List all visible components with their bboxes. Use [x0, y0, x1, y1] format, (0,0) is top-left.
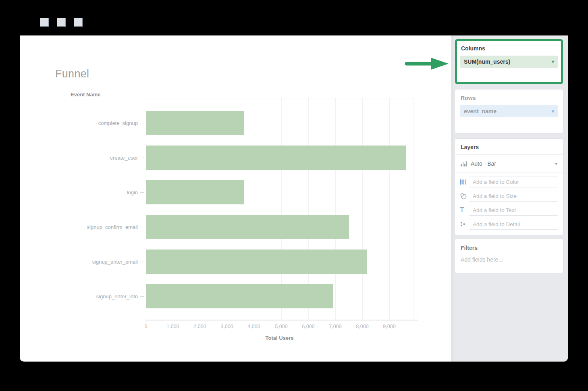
window-control-button[interactable] [40, 18, 49, 27]
x-tick-label: 7,000 [321, 324, 349, 329]
mark-type-label: Auto - Bar [471, 160, 496, 167]
window-control-button[interactable] [57, 18, 66, 27]
layers-panel-header: Layers [461, 144, 563, 150]
callout-arrow-icon [403, 56, 451, 72]
y-tick-label: create_user [33, 146, 138, 170]
x-tick-label: 3,000 [213, 324, 241, 329]
x-tick-label: 6,000 [294, 324, 322, 329]
y-tick-mark [140, 123, 144, 123]
bar-signup_enter_info[interactable] [146, 284, 333, 308]
detail-field-input[interactable] [469, 219, 558, 230]
size-circles-icon [460, 193, 469, 200]
columns-shelf: Columns SUM(num_users) ▾ [455, 39, 563, 84]
y-tick-label: signup_confirm_email [33, 215, 138, 239]
config-sidebar: Columns SUM(num_users) ▾ Rows event_name… [451, 35, 568, 362]
color-field-input[interactable] [469, 177, 558, 187]
x-tick-label: 0 [132, 324, 160, 329]
detail-dots-icon [460, 221, 469, 227]
plot-top-border [146, 98, 413, 98]
bar-chart-plot: Total Users 01,0002,0003,0004,0005,0006,… [146, 98, 413, 320]
filters-panel[interactable]: Filters Add fields here... [455, 239, 563, 273]
y-axis-header: Event Name [71, 92, 100, 98]
y-tick-mark [140, 296, 144, 297]
gridline [389, 98, 390, 320]
y-tick-mark [140, 227, 144, 227]
plot-right-border [413, 98, 413, 320]
layers-panel: Layers Auto - Bar ▾ [455, 139, 563, 235]
x-axis-label: Total Users [146, 335, 413, 341]
mark-type-selector[interactable]: Auto - Bar ▾ [455, 155, 563, 172]
text-icon: T [460, 207, 469, 213]
chart-title: Funnel [55, 68, 89, 80]
rows-shelf: Rows event_name ▾ [455, 89, 563, 133]
y-tick-label: signup_enter_info [33, 284, 138, 308]
bar-login[interactable] [146, 180, 244, 204]
y-tick-label: login [33, 180, 138, 204]
rows-field-pill[interactable]: event_name ▾ [460, 105, 558, 117]
y-tick-mark [140, 192, 144, 193]
gridline [335, 98, 336, 320]
bar-signup_enter_email[interactable] [146, 250, 367, 274]
y-tick-label: signup_enter_email [33, 250, 138, 274]
app-window: Funnel Event Name Total Users 01,0002,00… [20, 35, 568, 362]
x-axis-line [145, 320, 418, 320]
chevron-down-icon[interactable]: ▾ [552, 59, 554, 64]
bar-chart-icon [461, 160, 467, 166]
x-tick-label: 5,000 [267, 324, 295, 329]
rows-shelf-header: Rows [461, 95, 563, 101]
chevron-down-icon[interactable]: ▾ [555, 161, 557, 166]
columns-field-label: SUM(num_users) [464, 58, 510, 65]
x-tick-label: 4,000 [240, 324, 268, 329]
gridline [362, 98, 363, 320]
y-tick-mark [140, 158, 144, 158]
columns-field-pill[interactable]: SUM(num_users) ▾ [460, 56, 558, 68]
y-tick-mark [140, 262, 144, 262]
app-frame: Funnel Event Name Total Users 01,0002,00… [0, 0, 588, 391]
window-control-button[interactable] [74, 18, 83, 27]
filters-placeholder: Add fields here... [461, 256, 563, 263]
bar-create_user[interactable] [146, 146, 406, 170]
x-tick-label: 9,000 [375, 324, 403, 329]
columns-shelf-header: Columns [461, 45, 561, 52]
x-tick-label: 8,000 [348, 324, 376, 329]
y-tick-label: complete_signup [33, 111, 138, 135]
text-field-input[interactable] [469, 205, 558, 216]
bar-complete_signup[interactable] [146, 111, 244, 135]
size-field-input[interactable] [469, 191, 558, 202]
bar-signup_confirm_email[interactable] [146, 215, 349, 239]
chart-card-divider [418, 85, 418, 345]
color-bars-icon [460, 179, 469, 185]
chevron-down-icon[interactable]: ▾ [552, 109, 554, 114]
x-tick-label: 1,000 [159, 324, 187, 329]
filters-panel-header: Filters [461, 245, 563, 251]
x-tick-label: 2,000 [186, 324, 214, 329]
rows-field-label: event_name [464, 108, 497, 114]
